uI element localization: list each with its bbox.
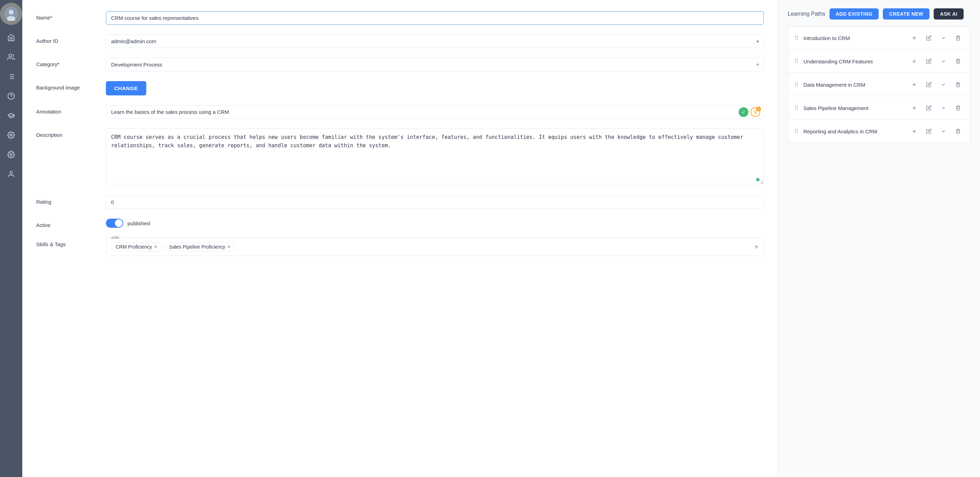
lp-edit-btn-2[interactable] (923, 56, 934, 67)
sidebar-home-icon[interactable] (4, 31, 18, 45)
sidebar-course-icon[interactable] (4, 109, 18, 122)
lp-add-btn-1[interactable] (908, 32, 920, 43)
skills-legend: skills (110, 235, 121, 240)
description-control: CRM course serves as a crucial process t… (106, 129, 764, 186)
annotation-input[interactable] (106, 105, 764, 119)
lp-delete-btn-2[interactable] (953, 56, 964, 67)
lp-expand-btn-3[interactable] (938, 79, 949, 90)
lp-expand-btn-2[interactable] (938, 56, 949, 67)
main-content: Name* Author ID admin@admin.com ▾ Catego… (22, 0, 980, 477)
sidebar-user-icon[interactable] (4, 167, 18, 181)
toggle-knob (115, 219, 123, 227)
sidebar-help-icon[interactable] (4, 89, 18, 103)
active-toggle-row: published (106, 219, 764, 228)
description-label: Description (36, 129, 106, 138)
lp-edit-btn-1[interactable] (923, 32, 934, 43)
drag-handle-icon-5[interactable]: ⠿ (794, 128, 799, 135)
lp-delete-btn-4[interactable] (953, 102, 964, 113)
category-control: + (106, 58, 764, 72)
lp-delete-btn-1[interactable] (953, 32, 964, 43)
lp-edit-btn-3[interactable] (923, 79, 934, 90)
lp-item-1: ⠿ Introduction to CRM (788, 27, 970, 49)
tag-sales-remove-icon[interactable]: × (228, 244, 231, 250)
ask-ai-button[interactable]: ASK AI (934, 8, 964, 19)
name-row: Name* (36, 11, 764, 25)
active-label: Active (36, 219, 106, 228)
annotation-label: Annotation (36, 105, 106, 114)
skills-add-icon[interactable]: + (754, 243, 759, 251)
drag-handle-icon-3[interactable]: ⠿ (794, 81, 799, 88)
lp-edit-btn-5[interactable] (923, 126, 934, 137)
lp-item-5: ⠿ Reporting and Analytics in CRM (788, 120, 970, 142)
svg-point-1 (9, 10, 14, 14)
tag-crm: CRM Proficiency × (111, 242, 162, 251)
category-row: Category* + (36, 58, 764, 72)
lp-add-btn-3[interactable] (908, 79, 920, 90)
category-plus-icon[interactable]: + (756, 61, 760, 68)
drag-handle-icon-4[interactable]: ⠿ (794, 105, 799, 111)
sidebar-settings2-icon[interactable] (4, 148, 18, 162)
sidebar-list-icon[interactable] (4, 70, 18, 84)
lp-actions-2 (908, 56, 964, 67)
rating-label: Rating (36, 195, 106, 205)
right-panel: Learning Paths ADD EXISTING CREATE NEW A… (778, 0, 980, 477)
lp-expand-btn-5[interactable] (938, 126, 949, 137)
category-input[interactable] (106, 58, 764, 72)
svg-point-3 (9, 54, 11, 57)
svg-point-14 (10, 171, 12, 174)
lp-expand-btn-4[interactable] (938, 102, 949, 113)
skills-tags-container: CRM Proficiency × Sales Pipeline Profici… (111, 242, 759, 251)
rating-input[interactable] (106, 195, 764, 209)
tag-sales-label: Sales Pipeline Proficiency (169, 244, 225, 250)
form-panel: Name* Author ID admin@admin.com ▾ Catego… (22, 0, 778, 477)
annotation-grammarly-icon: G 1 (751, 107, 760, 117)
lp-item-4: ⠿ Sales Pipeline Management (788, 97, 970, 119)
lp-item-2: ⠿ Understanding CRM Features (788, 50, 970, 73)
lp-item-title-4: Sales Pipeline Management (803, 105, 904, 111)
learning-paths-list: ⠿ Introduction to CRM (788, 27, 970, 143)
name-control (106, 11, 764, 25)
textarea-status-dot (756, 178, 760, 181)
author-label: Author ID (36, 35, 106, 44)
change-button[interactable]: CHANGE (106, 81, 146, 95)
skills-row: Skills & Tags skills CRM Proficiency × S… (36, 238, 764, 256)
sidebar-settings1-icon[interactable] (4, 128, 18, 142)
svg-point-12 (10, 134, 12, 136)
sidebar-people-icon[interactable] (4, 50, 18, 64)
create-new-button[interactable]: CREATE NEW (883, 8, 929, 19)
category-label: Category* (36, 58, 106, 67)
lp-add-btn-5[interactable] (908, 126, 920, 137)
lp-expand-btn-1[interactable] (938, 32, 949, 43)
name-input[interactable] (106, 11, 764, 25)
lp-delete-btn-5[interactable] (953, 126, 964, 137)
annotation-check-icon: ✓ (739, 107, 748, 117)
lp-add-btn-2[interactable] (908, 56, 920, 67)
lp-edit-btn-4[interactable] (923, 102, 934, 113)
annotation-wrapper: ✓ G 1 (106, 105, 764, 119)
lp-item-title-1: Introduction to CRM (803, 35, 904, 41)
annotation-row: Annotation ✓ G 1 (36, 105, 764, 119)
rating-control (106, 195, 764, 209)
drag-handle-icon-1[interactable]: ⠿ (794, 35, 799, 41)
lp-title: Learning Paths (788, 11, 826, 17)
textarea-wrapper: CRM course serves as a crucial process t… (106, 129, 764, 186)
user-avatar[interactable] (0, 3, 22, 25)
active-toggle[interactable] (106, 219, 123, 228)
bg-image-row: Background image CHANGE (36, 81, 764, 95)
drag-handle-icon-2[interactable]: ⠿ (794, 58, 799, 65)
lp-add-btn-4[interactable] (908, 102, 920, 113)
lp-delete-btn-3[interactable] (953, 79, 964, 90)
lp-item-title-5: Reporting and Analytics in CRM (803, 129, 904, 134)
grammarly-badge: 1 (756, 107, 761, 111)
lp-actions-5 (908, 126, 964, 137)
add-existing-button[interactable]: ADD EXISTING (830, 8, 879, 19)
tag-sales: Sales Pipeline Proficiency × (165, 242, 235, 251)
author-select[interactable]: admin@admin.com (106, 35, 764, 48)
tag-crm-remove-icon[interactable]: × (154, 244, 157, 250)
lp-item-3: ⠿ Data Management in CRM (788, 73, 970, 96)
active-row: Active published (36, 219, 764, 228)
active-status-label: published (127, 220, 150, 226)
description-row: Description CRM course serves as a cruci… (36, 129, 764, 186)
category-input-wrapper: + (106, 58, 764, 72)
description-textarea[interactable]: CRM course serves as a crucial process t… (106, 129, 764, 184)
